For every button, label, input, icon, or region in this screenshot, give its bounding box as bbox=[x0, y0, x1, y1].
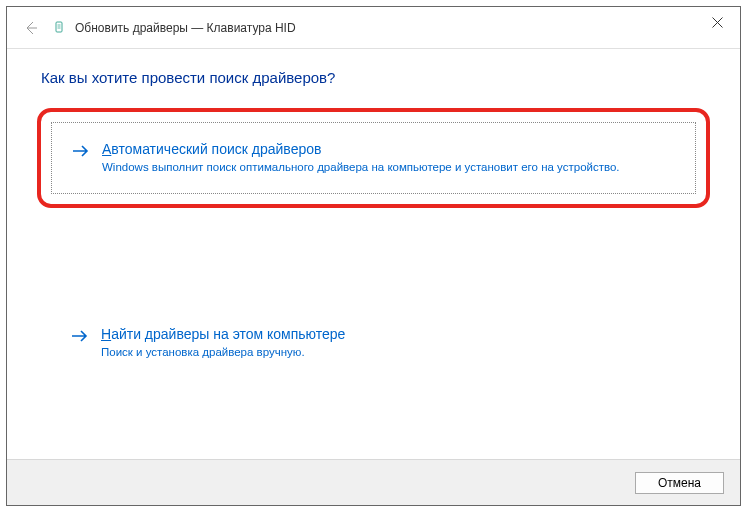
update-drivers-dialog: Обновить драйверы — Клавиатура HID Как в… bbox=[6, 6, 741, 506]
svg-rect-1 bbox=[58, 24, 61, 29]
arrow-right-icon bbox=[72, 143, 90, 159]
option-manual-search[interactable]: Найти драйверы на этом компьютере Поиск … bbox=[37, 326, 710, 360]
close-button[interactable] bbox=[695, 7, 740, 37]
cancel-button[interactable]: Отмена bbox=[635, 472, 724, 494]
page-heading: Как вы хотите провести поиск драйверов? bbox=[41, 69, 710, 86]
back-button[interactable] bbox=[21, 18, 41, 38]
footer: Отмена bbox=[7, 459, 740, 505]
highlight-frame: Автоматический поиск драйверов Windows в… bbox=[37, 108, 710, 208]
content-area: Как вы хотите провести поиск драйверов? … bbox=[7, 49, 740, 459]
option-manual-desc: Поиск и установка драйвера вручную. bbox=[101, 345, 676, 360]
device-icon bbox=[51, 20, 67, 36]
option-manual-title: Найти драйверы на этом компьютере bbox=[101, 326, 676, 342]
option-auto-desc: Windows выполнит поиск оптимального драй… bbox=[102, 160, 675, 175]
window-title: Обновить драйверы — Клавиатура HID bbox=[75, 21, 296, 35]
option-auto-title: Автоматический поиск драйверов bbox=[102, 141, 675, 157]
titlebar: Обновить драйверы — Клавиатура HID bbox=[7, 7, 740, 49]
back-arrow-icon bbox=[23, 20, 39, 36]
arrow-right-icon bbox=[71, 328, 89, 344]
close-icon bbox=[712, 17, 723, 28]
option-auto-search[interactable]: Автоматический поиск драйверов Windows в… bbox=[51, 122, 696, 194]
